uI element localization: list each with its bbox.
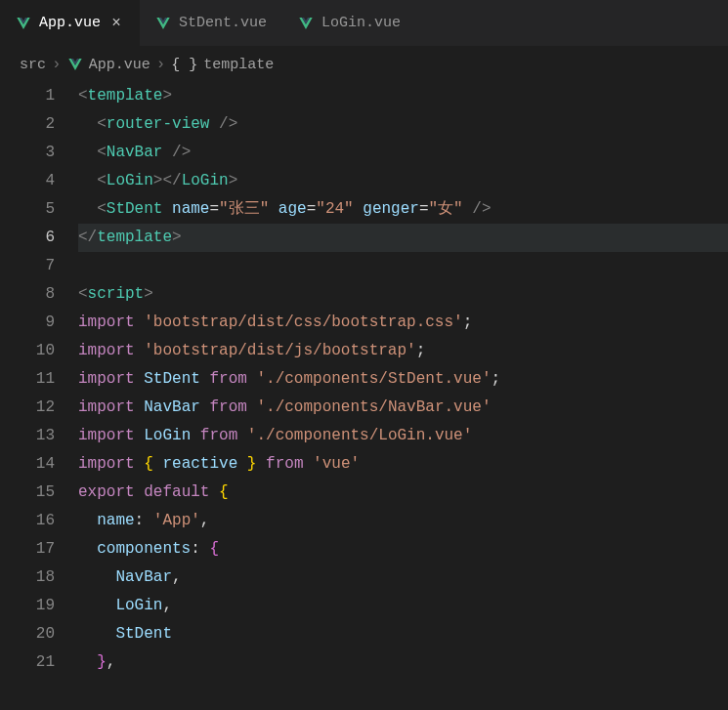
code-line: import NavBar from './components/NavBar.… xyxy=(78,394,728,422)
tab-label: App.vue xyxy=(39,15,101,31)
tab-stdent[interactable]: StDent.vue xyxy=(140,0,282,46)
code-line: LoGin, xyxy=(78,592,728,620)
breadcrumb-src[interactable]: src xyxy=(20,57,46,73)
line-number: 18 xyxy=(0,564,55,592)
line-number: 2 xyxy=(0,110,55,139)
code-line: import LoGin from './components/LoGin.vu… xyxy=(78,422,728,450)
close-icon[interactable]: × xyxy=(108,16,124,31)
line-number: 15 xyxy=(0,479,55,507)
code-line: name: 'App', xyxy=(78,507,728,535)
line-number: 17 xyxy=(0,535,55,564)
line-number: 13 xyxy=(0,422,55,450)
line-number: 19 xyxy=(0,592,55,620)
code-line: <StDent name="张三" age="24" genger="女" /> xyxy=(78,195,728,224)
line-number: 7 xyxy=(0,252,55,280)
breadcrumb-file[interactable]: App.vue xyxy=(89,57,150,73)
code-line: <template> xyxy=(78,82,728,110)
tab-login[interactable]: LoGin.vue xyxy=(282,0,416,46)
code-line: NavBar, xyxy=(78,564,728,592)
editor[interactable]: 1 2 3 4 5 6 7 8 9 10 11 12 13 14 15 16 1… xyxy=(0,82,728,677)
gutter: 1 2 3 4 5 6 7 8 9 10 11 12 13 14 15 16 1… xyxy=(0,82,78,677)
line-number: 1 xyxy=(0,82,55,110)
code-line: <router-view /> xyxy=(78,110,728,139)
line-number: 21 xyxy=(0,648,55,677)
line-number: 14 xyxy=(0,450,55,479)
tab-label: LoGin.vue xyxy=(321,15,401,31)
line-number: 20 xyxy=(0,620,55,648)
code-line: import 'bootstrap/dist/css/bootstrap.css… xyxy=(78,309,728,337)
vue-icon xyxy=(155,16,171,31)
braces-icon: { } xyxy=(171,57,197,73)
code-line xyxy=(78,252,728,280)
line-number: 5 xyxy=(0,195,55,224)
line-number: 10 xyxy=(0,337,55,365)
chevron-right-icon: › xyxy=(156,56,166,73)
line-number: 3 xyxy=(0,139,55,167)
line-number: 4 xyxy=(0,167,55,195)
code-line: import { reactive } from 'vue' xyxy=(78,450,728,479)
code-line: export default { xyxy=(78,479,728,507)
code-line: </template> xyxy=(78,224,728,252)
code-line: <NavBar /> xyxy=(78,139,728,167)
code-line: <LoGin></LoGin> xyxy=(78,167,728,195)
code-line: components: { xyxy=(78,535,728,564)
chevron-right-icon: › xyxy=(52,56,62,73)
line-number: 8 xyxy=(0,280,55,309)
breadcrumb-section[interactable]: template xyxy=(203,57,274,73)
tab-label: StDent.vue xyxy=(179,15,267,31)
code-line: StDent xyxy=(78,620,728,648)
vue-icon xyxy=(298,16,314,31)
code-line: <script> xyxy=(78,280,728,309)
code-line: import StDent from './components/StDent.… xyxy=(78,365,728,394)
vue-icon xyxy=(16,16,31,31)
line-number: 11 xyxy=(0,365,55,394)
breadcrumb: src › App.vue › { } template xyxy=(0,47,728,82)
tab-app[interactable]: App.vue × xyxy=(0,0,140,46)
code-area[interactable]: <template> <router-view /> <NavBar /> <L… xyxy=(78,82,728,677)
line-number: 9 xyxy=(0,309,55,337)
line-number: 16 xyxy=(0,507,55,535)
tabs-bar: App.vue × StDent.vue LoGin.vue xyxy=(0,0,728,47)
code-line: import 'bootstrap/dist/js/bootstrap'; xyxy=(78,337,728,365)
line-number: 6 xyxy=(0,224,55,252)
vue-icon xyxy=(67,57,83,72)
line-number: 12 xyxy=(0,394,55,422)
code-line: }, xyxy=(78,648,728,677)
